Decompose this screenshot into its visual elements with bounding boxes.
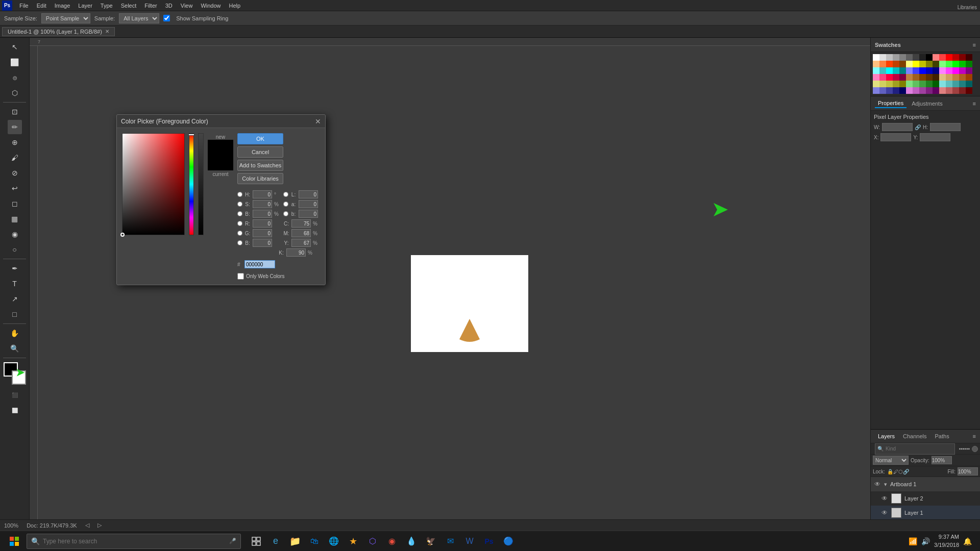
- layers-tab[interactable]: Layers: [875, 432, 898, 440]
- arrow-right[interactable]: ▷: [97, 522, 102, 529]
- taskbar-ps[interactable]: Ps: [480, 532, 498, 550]
- cp-titlebar[interactable]: Color Picker (Foreground Color) ✕: [117, 115, 325, 128]
- swatch-color[interactable]: [886, 61, 893, 67]
- swatch-color[interactable]: [913, 67, 919, 74]
- props-H-input[interactable]: [930, 123, 961, 131]
- swatch-color[interactable]: [959, 61, 966, 67]
- cp-G-input[interactable]: [253, 229, 272, 237]
- props-Y-input[interactable]: [920, 133, 950, 141]
- blur-tool[interactable]: ◉: [8, 227, 22, 241]
- marquee-tool[interactable]: ⬜: [8, 55, 22, 69]
- swatch-color[interactable]: [939, 81, 946, 87]
- swatch-color[interactable]: [952, 74, 959, 81]
- quick-mask-tool[interactable]: ⬛: [8, 388, 22, 402]
- swatch-color[interactable]: [899, 67, 906, 74]
- taskbar-task-view[interactable]: [247, 532, 265, 550]
- taskbar-app13[interactable]: 🔵: [499, 532, 518, 550]
- swatch-color[interactable]: [919, 67, 926, 74]
- swatch-color[interactable]: [893, 87, 899, 94]
- swatch-color[interactable]: [886, 67, 893, 74]
- swatch-color[interactable]: [966, 87, 972, 94]
- swatch-color[interactable]: [893, 67, 899, 74]
- menu-layer[interactable]: Layer: [74, 2, 96, 10]
- swatch-color[interactable]: [933, 74, 939, 81]
- zoom-tool[interactable]: 🔍: [8, 341, 22, 356]
- swatch-color[interactable]: [893, 74, 899, 81]
- swatch-color[interactable]: [946, 54, 952, 61]
- dodge-tool[interactable]: ○: [8, 242, 22, 257]
- swatch-color[interactable]: [906, 81, 913, 87]
- swatch-color[interactable]: [886, 54, 893, 61]
- volume-icon[interactable]: 🔊: [921, 537, 930, 545]
- channels-tab[interactable]: Channels: [900, 432, 929, 440]
- search-bar[interactable]: 🔍 🎤: [27, 534, 241, 549]
- cp-G-radio[interactable]: [237, 231, 242, 236]
- swatch-color[interactable]: [946, 74, 952, 81]
- swatches-menu-icon[interactable]: ≡: [973, 42, 976, 48]
- cp-K-input[interactable]: [286, 248, 306, 257]
- move-tool[interactable]: ↖: [8, 40, 22, 54]
- show-sampling-ring-checkbox[interactable]: [163, 15, 170, 21]
- cp-Y-input[interactable]: [291, 239, 311, 247]
- swatch-color[interactable]: [966, 54, 972, 61]
- pen-tool[interactable]: ✒: [8, 261, 22, 276]
- network-icon[interactable]: 📶: [909, 537, 917, 545]
- layer-2-eye[interactable]: 👁: [881, 495, 888, 502]
- swatch-color[interactable]: [913, 87, 919, 94]
- start-button[interactable]: [4, 532, 24, 550]
- swatch-color[interactable]: [926, 87, 933, 94]
- swatch-color[interactable]: [946, 87, 952, 94]
- swatch-color[interactable]: [946, 67, 952, 74]
- cp-add-to-swatches-btn[interactable]: Add to Swatches: [237, 160, 283, 171]
- swatch-color[interactable]: [886, 74, 893, 81]
- cp-M-input[interactable]: [291, 229, 311, 237]
- swatch-color[interactable]: [919, 74, 926, 81]
- cp-close-btn[interactable]: ✕: [315, 118, 321, 125]
- menu-type[interactable]: Type: [96, 2, 117, 10]
- layer-1-row[interactable]: 👁 Layer 1: [871, 506, 980, 520]
- layers-fill-input[interactable]: [958, 467, 978, 475]
- swatch-color[interactable]: [939, 61, 946, 67]
- artboard-chevron[interactable]: ▾: [884, 481, 887, 488]
- swatch-color[interactable]: [913, 74, 919, 81]
- layers-kind-input[interactable]: [886, 446, 926, 452]
- cp-bri-input[interactable]: [253, 210, 272, 218]
- swatch-color[interactable]: [899, 61, 906, 67]
- layers-filter-toggle[interactable]: [972, 446, 978, 452]
- swatch-color[interactable]: [933, 81, 939, 87]
- swatch-color[interactable]: [879, 74, 886, 81]
- swatch-color[interactable]: [879, 61, 886, 67]
- menu-edit[interactable]: Edit: [33, 2, 51, 10]
- sample-size-select[interactable]: Point Sample: [41, 13, 90, 23]
- mic-icon[interactable]: 🎤: [229, 538, 236, 544]
- swatch-color[interactable]: [952, 67, 959, 74]
- cp-a-radio[interactable]: [283, 202, 288, 207]
- hand-tool[interactable]: ✋: [8, 326, 22, 340]
- swatch-color[interactable]: [946, 81, 952, 87]
- cp-sat-radio[interactable]: [237, 202, 242, 207]
- swatch-color[interactable]: [893, 81, 899, 87]
- shape-tool[interactable]: □: [8, 307, 22, 321]
- swatch-color[interactable]: [873, 61, 879, 67]
- gradient-tool[interactable]: ▦: [8, 212, 22, 226]
- quick-select-tool[interactable]: ⬡: [8, 86, 22, 100]
- history-brush-tool[interactable]: ↩: [8, 181, 22, 195]
- cp-C-input[interactable]: [291, 219, 311, 228]
- swatch-color[interactable]: [899, 54, 906, 61]
- properties-menu-icon[interactable]: ≡: [973, 101, 976, 107]
- swatch-color[interactable]: [899, 81, 906, 87]
- cp-bri-radio[interactable]: [237, 211, 242, 216]
- swatch-color[interactable]: [926, 61, 933, 67]
- taskbar-dropbox[interactable]: 💧: [402, 532, 421, 550]
- swatch-color[interactable]: [906, 67, 913, 74]
- menu-view[interactable]: View: [177, 2, 197, 10]
- taskbar-explorer[interactable]: 📁: [286, 532, 304, 550]
- swatch-color[interactable]: [959, 54, 966, 61]
- swatch-color[interactable]: [959, 87, 966, 94]
- swatch-color[interactable]: [879, 81, 886, 87]
- type-tool[interactable]: T: [8, 277, 22, 291]
- cp-gradient-field[interactable]: [122, 133, 185, 235]
- swatch-color[interactable]: [893, 61, 899, 67]
- cp-opacity-slider[interactable]: [198, 133, 204, 235]
- layers-menu-icon[interactable]: ≡: [973, 433, 976, 439]
